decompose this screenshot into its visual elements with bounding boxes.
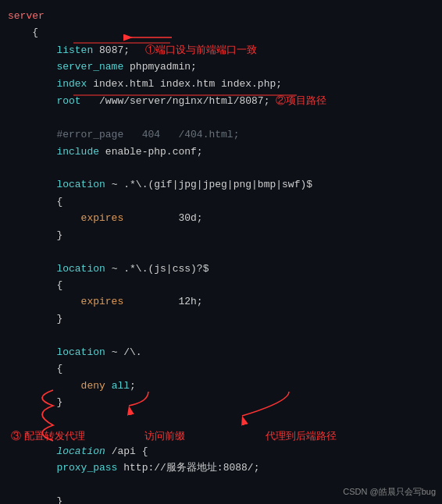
code-line-15 [8, 243, 442, 260]
token: deny [8, 378, 112, 394]
token: root [8, 93, 99, 109]
token: index [8, 76, 93, 92]
token: proxy_pass [8, 460, 123, 476]
token: { [8, 24, 38, 41]
token: include [8, 144, 105, 160]
code-line-28: proxy_pass http://服务器地址:8088/; [8, 460, 442, 476]
token: expires [8, 293, 178, 310]
code-line-18: expires 12h; [8, 293, 442, 310]
token: } [8, 311, 62, 327]
code-line-19: } [8, 311, 442, 327]
code-line-6: root /www/server/nginx/html/8087; ②项目路径 [8, 92, 442, 109]
token: { [8, 277, 62, 293]
code-line-24: } [8, 394, 442, 410]
token: ~ .*\.(gif|jpg|jpeg|png|bmp|swf)$ [112, 176, 312, 193]
token: location [56, 443, 111, 460]
token: phpmyadmin; [130, 59, 197, 75]
token: location [8, 344, 112, 360]
code-line-12: { [8, 193, 442, 210]
token: { [8, 360, 62, 377]
code-line-25 [8, 411, 442, 428]
token: index.html index.htm index.php; [93, 76, 282, 92]
code-line-2: { [8, 24, 442, 41]
code-line-13: expires 30d; [8, 210, 442, 226]
code-line-5: index index.html index.htm index.php; [8, 76, 442, 92]
annotation-proxy-label: ③ 配置转发代理 [11, 428, 85, 444]
code-line-1: server [8, 8, 442, 24]
annotation-access-prefix: 访问前缀 [144, 428, 185, 444]
code-line-8: #error_page 404 /404.html; [8, 126, 442, 143]
token: server_name [8, 59, 130, 75]
code-line-27: location /api { [8, 443, 442, 460]
token: location [8, 176, 112, 193]
token: enable-php.conf; [105, 144, 203, 160]
token: #error_page 404 /404.html; [8, 126, 239, 143]
token: listen [8, 42, 99, 59]
token: http://服务器地址:8088/; [123, 460, 259, 476]
annotation-proxy-dest: 代理到后端路径 [266, 428, 337, 444]
token: ~ .*\.(js|css)?$ [112, 261, 209, 277]
token: } [8, 493, 62, 504]
token: 8087; [99, 42, 130, 59]
token: ; [130, 378, 136, 394]
token: location [8, 261, 112, 277]
code-line-23: deny all ; [8, 378, 442, 394]
code-line-9: include enable-php.conf; [8, 144, 442, 160]
code-line-10 [8, 160, 442, 176]
code-line-16: location ~ .*\.(js|css)?$ [8, 261, 442, 277]
token: /api { [112, 443, 148, 460]
code-line-4: server_name phpmyadmin; [8, 59, 442, 75]
code-line-17: { [8, 277, 442, 293]
code-line-14: } [8, 227, 442, 243]
annotation-row-proxy: ③ 配置转发代理 访问前缀 代理到后端路径 [8, 428, 442, 443]
code-line-3: listen 8087; ①端口设与前端端口一致 [8, 41, 442, 59]
code-line-11: location ~ .*\.(gif|jpg|jpeg|png|bmp|swf… [8, 176, 442, 193]
code-line-21: location ~ /\. [8, 344, 442, 360]
token: { [8, 193, 62, 210]
code-line-7 [8, 110, 442, 126]
watermark: CSDN @皓晨只会写bug [343, 486, 436, 498]
token: 12h; [178, 293, 202, 310]
token: expires [8, 210, 178, 226]
token: server [8, 8, 45, 24]
token: ~ /\. [112, 344, 142, 360]
token: } [8, 227, 62, 243]
token: } [8, 394, 62, 410]
code-line-22: { [8, 360, 442, 377]
code-line-20 [8, 327, 442, 343]
token: /www/server/nginx/html/8087; [99, 93, 269, 109]
annotation-path: ②项目路径 [276, 92, 326, 108]
annotation-port: ①端口设与前端端口一致 [145, 41, 257, 58]
token: all [112, 378, 130, 394]
code-editor: server { listen 8087; ①端口设与前端端口一致 server… [0, 0, 442, 504]
token [8, 443, 56, 460]
token: 30d; [178, 210, 202, 226]
